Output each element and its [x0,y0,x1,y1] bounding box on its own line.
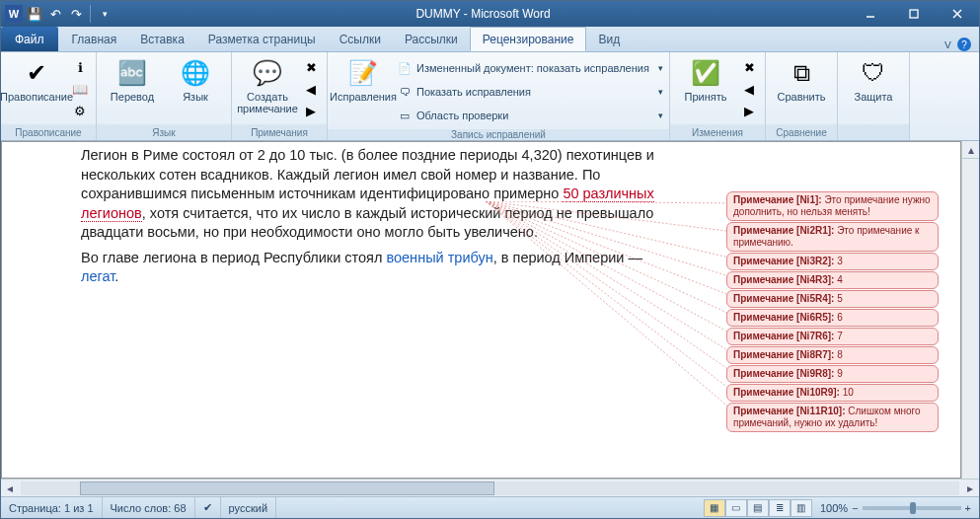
mini-button[interactable]: ℹ [70,57,90,77]
view-print-layout[interactable]: ▦ [704,499,725,517]
ribbon-button[interactable]: 🌐Язык [166,55,225,105]
scroll-track[interactable] [21,482,959,495]
comment-balloon[interactable]: Примечание [Ni7R6]: 7 [726,328,939,345]
hyperlink[interactable]: легат [81,268,114,284]
collapse-ribbon-icon[interactable]: ᐯ [944,39,951,50]
zoom-label[interactable]: 100% [820,502,848,514]
scroll-thumb[interactable] [80,482,494,495]
comment-balloon[interactable]: Примечание [Ni10R9]: 10 [726,384,939,402]
zoom-slider[interactable] [863,506,961,510]
mini-button[interactable]: ▶ [301,101,321,120]
comment-balloon[interactable]: Примечание [Ni3R2]: 3 [726,253,939,270]
ribbon-group: ⧉СравнитьСравнение [766,52,838,140]
hyperlink[interactable]: военный трибун [386,250,492,265]
word-count[interactable]: Число слов: 68 [103,497,195,518]
ribbon-group: 🔤Перевод🌐ЯзыкЯзык [97,52,232,140]
comment-balloon[interactable]: Примечание [Ni8R7]: 8 [726,346,939,364]
zoom-thumb[interactable] [910,502,916,514]
comment-balloon[interactable]: Примечание [Ni9R8]: 9 [726,365,939,383]
mini-button[interactable]: ✖ [301,57,321,77]
ribbon-icon: ✔ [21,57,52,89]
comment-text: 5 [837,293,843,304]
mini-button[interactable]: ✖ [739,57,759,77]
scroll-right-icon[interactable]: ▸ [961,482,979,495]
dropdown-label: Показать исправления [416,86,531,98]
help-icon[interactable]: ? [957,37,971,51]
tab-рассылки[interactable]: Рассылки [393,27,470,51]
comment-text: 4 [837,274,843,285]
ribbon-dropdown[interactable]: 📄Измененный документ: показать исправлен… [397,57,663,79]
save-icon[interactable]: 💾 [26,5,43,23]
comment-balloon[interactable]: Примечание [Ni2R1]: Это примечание к при… [726,222,939,252]
ribbon-button[interactable]: ✅Принять [676,55,735,105]
document-area: Легион в Риме состоял от 2 до 10 тыс. (в… [1,141,979,479]
paragraph[interactable]: Легион в Риме состоял от 2 до 10 тыс. (в… [81,146,683,243]
tab-file[interactable]: Файл [1,27,58,51]
comment-text: 10 [843,387,854,398]
comment-balloon[interactable]: Примечание [Ni4R3]: 4 [726,271,939,289]
page-indicator[interactable]: Страница: 1 из 1 [1,497,103,518]
view-full-screen[interactable]: ▭ [725,499,747,517]
ribbon-button[interactable]: 🔤Перевод [103,55,162,105]
comment-balloon[interactable]: Примечание [Ni1]: Это примечание нужно д… [726,191,939,221]
comment-author: Примечание [Ni10R9]: [733,387,840,398]
ribbon: ✔Правописаниеℹ📖⚙Правописание🔤Перевод🌐Язы… [1,52,979,141]
ribbon-button[interactable]: 🛡Защита [844,55,903,105]
vertical-scrollbar[interactable]: ▴ [961,141,979,479]
tab-ссылки[interactable]: Ссылки [328,27,393,51]
language-indicator[interactable]: русский [221,497,276,518]
ribbon-dropdown[interactable]: ▭Область проверки▾ [397,105,663,126]
ribbon-group: 📝Исправления📄Измененный документ: показа… [328,52,670,140]
zoom-out-button[interactable]: − [852,502,858,514]
view-draft[interactable]: ▥ [791,499,812,517]
comment-balloon[interactable]: Примечание [Ni5R4]: 5 [726,290,939,308]
tab-вставка[interactable]: Вставка [128,27,196,51]
ribbon-icon: 🛡 [858,57,889,89]
scroll-up-icon[interactable]: ▴ [962,141,979,159]
redo-icon[interactable]: ↷ [67,5,85,23]
qat-dropdown-icon[interactable]: ▾ [96,5,113,23]
chevron-down-icon: ▾ [658,87,663,97]
mini-button[interactable]: 📖 [70,79,90,99]
tab-вид[interactable]: Вид [586,27,632,51]
ribbon-button[interactable]: ✔Правописание [7,55,66,105]
comment-balloon[interactable]: Примечание [Ni11R10]: Слишком много прим… [726,403,939,432]
comment-balloon[interactable]: Примечание [Ni6R5]: 6 [726,309,939,327]
ribbon-group: ✔Правописаниеℹ📖⚙Правописание [1,52,97,140]
window-title: DUMMY - Microsoft Word [117,7,849,21]
paragraph[interactable]: Во главе легиона в период Республики сто… [81,249,683,287]
horizontal-scrollbar[interactable]: ◂ ▸ [1,479,979,496]
dropdown-label: Измененный документ: показать исправлени… [416,62,649,74]
ribbon-button[interactable]: ⧉Сравнить [772,55,831,105]
mini-button[interactable]: ▶ [739,101,759,120]
mini-button[interactable]: ◀ [739,79,759,99]
undo-icon[interactable]: ↶ [46,5,64,23]
scroll-left-icon[interactable]: ◂ [1,482,19,495]
titlebar: W 💾 ↶ ↷ ▾ DUMMY - Microsoft Word [1,1,979,27]
close-button[interactable] [936,2,979,26]
comment-author: Примечание [Ni7R6]: [733,331,834,341]
group-label: Правописание [1,124,96,140]
view-web[interactable]: ▤ [747,499,769,517]
ribbon-group: 🛡Защита [838,52,910,140]
page[interactable]: Легион в Риме состоял от 2 до 10 тыс. (в… [1,141,961,479]
ribbon-icon: 🔤 [116,57,148,89]
minimize-button[interactable] [849,2,892,26]
ribbon-dropdown[interactable]: 🗨Показать исправления▾ [397,81,663,103]
tab-разметка страницы[interactable]: Разметка страницы [196,27,328,51]
ribbon-button[interactable]: 💬Создать примечание [238,55,297,116]
maximize-button[interactable] [892,2,936,26]
tab-рецензирование[interactable]: Рецензирование [470,27,587,51]
ribbon-label: Правописание [0,91,73,103]
view-outline[interactable]: ≣ [769,499,791,517]
proofing-icon[interactable]: ✔ [195,497,221,518]
mini-button[interactable]: ⚙ [70,101,90,120]
tab-главная[interactable]: Главная [60,27,129,51]
ribbon-label: Язык [183,91,208,103]
group-label: Язык [97,124,231,140]
comment-text: 7 [837,331,843,341]
comment-author: Примечание [Ni3R2]: [733,256,834,266]
mini-button[interactable]: ◀ [301,79,321,99]
ribbon-button[interactable]: 📝Исправления [334,55,393,105]
zoom-in-button[interactable]: + [965,502,971,514]
